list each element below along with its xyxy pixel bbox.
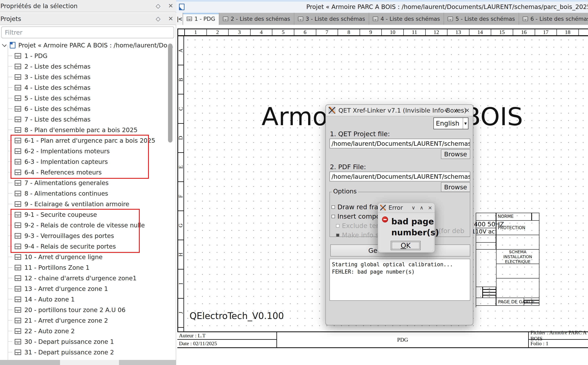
- properties-panel-title: Propriétés de la sélection: [0, 2, 77, 10]
- chevron-down-icon[interactable]: ▼: [463, 118, 468, 129]
- tree-item[interactable]: 11 - Portillons Zone 1: [0, 262, 176, 273]
- folio-tab[interactable]: 2 - Liste des schémas: [219, 13, 294, 25]
- tree-item[interactable]: 31 - Depart puissance zone 2: [0, 347, 176, 358]
- folio-icon: [15, 201, 21, 207]
- tree-item[interactable]: 3 - Liste des schémas: [0, 72, 176, 82]
- tree-item[interactable]: 1 - PDG: [0, 50, 176, 61]
- tree-item-label: 31 - Depart puissance zone 2: [24, 349, 114, 356]
- tree-item[interactable]: 30 - Depart puissance zone 1: [0, 336, 176, 347]
- close-icon[interactable]: ×: [465, 107, 470, 113]
- column-ruler-cell: 8: [338, 29, 360, 35]
- tree-item[interactable]: 6 - Liste des schémas: [0, 103, 176, 114]
- tree-item[interactable]: 8 - Alimentations continues: [0, 188, 176, 199]
- ok-label-rest: K: [406, 241, 411, 250]
- tree-item[interactable]: 14 - Auto zone 1: [0, 294, 176, 305]
- tree-item[interactable]: 2 - Liste des schémas: [0, 61, 176, 72]
- checkbox-icon[interactable]: [336, 224, 339, 228]
- tree-item[interactable]: 50 - Quai a rondins 50M6: [0, 358, 176, 360]
- tree-item[interactable]: 22 - Auto zone 2: [0, 326, 176, 336]
- tree-item[interactable]: 13 - Arret d'urgence zone 1: [0, 283, 176, 294]
- detach-panel-icon[interactable]: ◇: [156, 3, 160, 9]
- row-ruler-cell: C: [178, 94, 184, 124]
- tree-item-label: 30 - Depart puissance zone 1: [24, 338, 114, 345]
- checkbox-icon[interactable]: [332, 215, 335, 218]
- tree-item[interactable]: 9 - Eclairage & ventilation armoire: [0, 199, 176, 209]
- folio-icon: [448, 17, 453, 21]
- tree-item[interactable]: 9-4 - Relais de securite portes: [0, 241, 176, 252]
- log-output[interactable]: Starting global optical calibration... F…: [329, 259, 470, 301]
- tree-item[interactable]: 9-3 - Verrouillages des portes: [0, 231, 176, 241]
- titlebar-highlight: [176, 0, 588, 2]
- tab-scroll-left-button[interactable]: |<: [176, 13, 183, 25]
- minimize-icon[interactable]: ∨: [411, 205, 415, 210]
- tree-item[interactable]: 10 - Arret d'urgence ligne: [0, 252, 176, 262]
- filter-input[interactable]: [1, 27, 174, 38]
- tree-branch-line: [8, 214, 12, 215]
- tree-branch-line: [8, 182, 12, 183]
- browse-project-button[interactable]: Browse: [441, 149, 470, 159]
- ok-button[interactable]: OK: [391, 241, 421, 250]
- pdf-file-input[interactable]: /home/laurent/Documents/LAURENT/schemas/…: [329, 172, 470, 181]
- tree-item[interactable]: 9-1 - Securite coupeuse: [0, 209, 176, 220]
- tree-branch-line: [8, 288, 12, 289]
- tree-item[interactable]: 21 - Arret d'urgence zone 2: [0, 315, 176, 326]
- tree-item[interactable]: 12 - chaine d'arrets d'urgence zone1: [0, 273, 176, 283]
- language-select[interactable]: English ▼: [433, 118, 468, 129]
- tree-item-label: 6-3 - Implentation capteurs: [24, 158, 108, 165]
- browse-pdf-button[interactable]: Browse: [441, 182, 470, 192]
- expander-icon[interactable]: [2, 42, 7, 47]
- folio-tab[interactable]: 4 - Liste des schémas: [369, 13, 444, 25]
- ruler-corner: [178, 29, 185, 35]
- tree-branch-line: [8, 352, 12, 352]
- detach-panel-icon[interactable]: ◇: [156, 16, 160, 22]
- close-panel-icon[interactable]: ✕: [168, 16, 173, 22]
- column-ruler-cell: 6: [294, 29, 316, 35]
- folio-icon: [15, 307, 21, 313]
- window-titlebar: Projet « Armoire PARC A BOIS : /home/lau…: [176, 0, 588, 13]
- tree-item[interactable]: 20 - portillons tour zone 2 A.U 06: [0, 305, 176, 315]
- folio-tab[interactable]: 3 - Liste des schémas: [294, 13, 369, 25]
- maximize-icon[interactable]: ∧: [420, 205, 424, 210]
- ok-label-underline: O: [401, 241, 406, 250]
- tab-label: 6 - Liste des schémas: [530, 16, 588, 22]
- tree-item[interactable]: 6-1 - Plan arret d'urgence parc a bois 2…: [0, 135, 176, 146]
- tree-item[interactable]: 7 - Liste des schémas: [0, 114, 176, 125]
- tree-branch-line: [8, 193, 12, 194]
- column-ruler-cell: 12: [426, 29, 448, 35]
- tree-item-label: 8 - Alimentations continues: [24, 190, 108, 197]
- tree-scrollbar-thumb[interactable]: [168, 43, 172, 142]
- tree-root-item[interactable]: Projet « Armoire PARC A BOIS : /home/lau…: [0, 40, 176, 50]
- maximize-icon[interactable]: ∧: [455, 107, 459, 113]
- error-dialog-titlebar[interactable]: Error ∨ ∧ ×: [378, 203, 435, 213]
- title-block-left: Auteur : L.T Date : 02/11/2025: [177, 332, 277, 347]
- close-panel-icon[interactable]: ✕: [168, 3, 173, 9]
- tree-item[interactable]: 6-4 - References moteurs: [0, 167, 176, 177]
- close-icon[interactable]: ×: [428, 205, 432, 210]
- folio-tab[interactable]: 6 - Liste des schémas: [519, 13, 588, 25]
- tree-item[interactable]: 5 - Liste des schémas: [0, 93, 176, 103]
- folio-icon: [15, 212, 21, 218]
- tree-item[interactable]: 6-3 - Implentation capteurs: [0, 156, 176, 167]
- folio-title-block: Auteur : L.T Date : 02/11/2025 PDG Fichi…: [177, 331, 588, 348]
- checkbox-icon[interactable]: [332, 205, 335, 209]
- dialog-titlebar[interactable]: QET Xref-Linker v7.1 (Invisible Info-Box…: [326, 105, 473, 116]
- tree-branch-line: [8, 66, 12, 67]
- tree-item[interactable]: 4 - Liste des schémas: [0, 82, 176, 93]
- folio-icon: [15, 286, 21, 292]
- tree-item[interactable]: 6-2 - Implentations moteurs: [0, 146, 176, 156]
- filter-field-wrap: [1, 27, 174, 38]
- tree-item-label: 6-4 - References moteurs: [24, 169, 102, 176]
- folio-tab[interactable]: 5 - Liste des schémas: [444, 13, 519, 25]
- tree-item[interactable]: 8 - Plan d'ensemble parc a bois 2025: [0, 125, 176, 135]
- minimize-icon[interactable]: ∨: [444, 107, 449, 113]
- cartouche-schema: SCHEMA INSTALLATION ELECTRIQUE: [496, 249, 539, 264]
- tree-item[interactable]: 9-2 - Relais de controle de vitesse null…: [0, 220, 176, 231]
- projects-panel-title: Projets: [0, 15, 21, 22]
- folio-tab[interactable]: 1 - PDG: [183, 13, 219, 25]
- sliver-block: [119, 360, 176, 365]
- row-ruler-cell: B: [178, 65, 184, 94]
- tree-item[interactable]: 7 - Alimentations generales: [0, 177, 176, 188]
- project-file-input[interactable]: /home/laurent/Documents/LAURENT/schemas/…: [329, 139, 470, 148]
- checkbox-icon[interactable]: [336, 233, 339, 237]
- column-ruler-cell: 4: [251, 29, 273, 35]
